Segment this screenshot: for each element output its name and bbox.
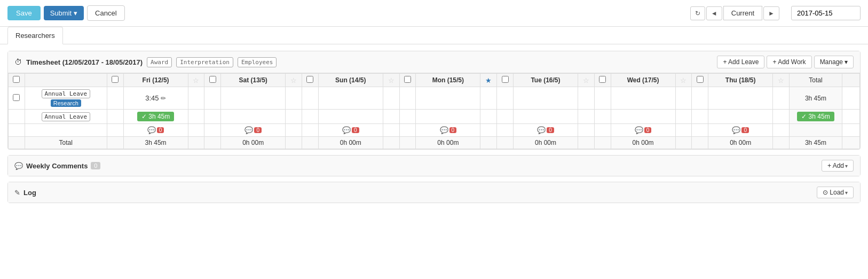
total-tue-star — [578, 137, 594, 149]
log-load-label: ⊙ Load — [823, 189, 844, 196]
cb-sun-star — [383, 124, 399, 137]
table-header-row: Fri (12/5) ☆ Sat (13/5) ☆ — [9, 74, 860, 87]
thu-checkbox[interactable] — [697, 76, 704, 83]
check-all-checkbox[interactable] — [13, 76, 20, 83]
nav-current-label: Current — [723, 6, 762, 20]
weekly-comments-icon: 💬 — [14, 162, 23, 170]
row2-fri-check-badge: ✓ 3h 45m — [137, 112, 174, 121]
th-sun-star: ☆ — [383, 74, 399, 87]
thu-chat-icon: 💬 — [732, 126, 740, 134]
th-mon-check — [399, 74, 416, 87]
sat-checkbox[interactable] — [209, 76, 216, 83]
cb-fri-star — [188, 124, 204, 137]
sun-label: Sun (14/5) — [335, 76, 366, 84]
nav-next-button[interactable]: ► — [763, 6, 779, 20]
row2-wed-check — [594, 110, 611, 124]
cb-mon: 💬 0 — [416, 124, 480, 137]
log-icon: ✎ — [14, 189, 20, 197]
cb-tue: 💬 0 — [513, 124, 578, 137]
nav-refresh-button[interactable]: ↻ — [690, 6, 705, 20]
add-leave-button[interactable]: + Add Leave — [717, 56, 764, 68]
sat-comment-badge[interactable]: 💬 0 — [244, 126, 262, 134]
thu-comment-badge[interactable]: 💬 0 — [732, 126, 749, 134]
th-wed-star: ☆ — [675, 74, 692, 87]
timesheet-actions: + Add Leave + Add Work Manage ▾ — [717, 56, 854, 68]
manage-label: Manage — [820, 58, 843, 66]
cancel-button[interactable]: Cancel — [87, 5, 124, 21]
total-mon-check — [399, 137, 416, 149]
cb-action — [842, 124, 859, 137]
row1-checkbox[interactable] — [13, 94, 20, 101]
totals-row: Total 3h 45m 0h 00m 0h 00m 0h 00m 0h 00m — [9, 137, 860, 149]
mon-star-icon[interactable]: ★ — [485, 76, 492, 84]
wed-badge-num: 0 — [644, 127, 652, 133]
tue-star-icon[interactable]: ☆ — [583, 76, 589, 84]
row1-mon — [416, 87, 480, 110]
row1-thu — [708, 87, 773, 110]
fri-star-icon[interactable]: ☆ — [193, 76, 199, 84]
row1-mon-star — [480, 87, 497, 110]
th-sun-check — [302, 74, 318, 87]
th-fri-check — [107, 74, 123, 87]
log-actions: ⊙ Load ▾ — [817, 187, 854, 198]
row1-sat-check — [204, 87, 221, 110]
cb-fri-check — [107, 124, 123, 137]
row1-total: 3h 45m — [789, 87, 842, 110]
row2-mon-check — [399, 110, 416, 124]
th-tue-check — [497, 74, 514, 87]
mon-comment-badge[interactable]: 💬 0 — [440, 126, 457, 134]
fri-checkbox[interactable] — [112, 76, 119, 83]
row1-tue — [513, 87, 578, 110]
row1-fri-edit-icon[interactable]: ✏ — [161, 95, 166, 102]
nav-prev-button[interactable]: ◄ — [706, 6, 722, 20]
total-sun-star — [383, 137, 399, 149]
wed-star-icon[interactable]: ☆ — [680, 76, 686, 84]
submit-label: Submit — [50, 9, 72, 17]
log-section: ✎ Log ⊙ Load ▾ — [7, 182, 861, 203]
tue-comment-badge[interactable]: 💬 0 — [537, 126, 554, 134]
cb-thu: 💬 0 — [708, 124, 773, 137]
sun-star-icon[interactable]: ☆ — [388, 76, 394, 84]
manage-button[interactable]: Manage ▾ — [814, 56, 854, 68]
submit-button[interactable]: Submit ▾ — [44, 6, 84, 20]
tue-checkbox[interactable] — [502, 76, 509, 83]
cb-tue-star — [578, 124, 594, 137]
row2-wed-star — [675, 110, 692, 124]
annual-leave-label: Annual Leave — [42, 89, 90, 98]
total-action — [842, 137, 859, 149]
mon-checkbox[interactable] — [404, 76, 411, 83]
row1-wed — [611, 87, 675, 110]
wed-chat-icon: 💬 — [635, 126, 643, 134]
row2-thu-check — [692, 110, 708, 124]
cb-wed: 💬 0 — [611, 124, 675, 137]
timesheet-header: ⏱ Timesheet (12/05/2017 - 18/05/2017) Aw… — [8, 51, 860, 73]
th-check-all — [9, 74, 25, 87]
total-sun: 0h 00m — [318, 137, 383, 149]
row2-sat-star — [286, 110, 302, 124]
weekly-add-button[interactable]: + Add ▾ — [822, 160, 854, 172]
wed-comment-badge[interactable]: 💬 0 — [635, 126, 652, 134]
sun-comment-badge[interactable]: 💬 0 — [342, 126, 359, 134]
fri-comment-badge[interactable]: 💬 0 — [147, 126, 164, 134]
th-mon: Mon (15/5) — [416, 74, 480, 87]
sun-checkbox[interactable] — [306, 76, 313, 83]
thu-star-icon[interactable]: ☆ — [778, 76, 784, 84]
log-load-button[interactable]: ⊙ Load ▾ — [817, 187, 854, 198]
row1-tue-star — [578, 87, 594, 110]
tab-researchers[interactable]: Researchers — [7, 27, 63, 44]
total-thu-check — [692, 137, 708, 149]
row2-label: Annual Leave — [25, 110, 107, 124]
date-input[interactable] — [791, 6, 861, 20]
th-sat-star: ☆ — [286, 74, 302, 87]
total-mon-star — [480, 137, 497, 149]
row2-tue — [513, 110, 578, 124]
save-button[interactable]: Save — [7, 6, 41, 20]
fri-badge-num: 0 — [157, 127, 164, 133]
row1-tue-check — [497, 87, 514, 110]
add-work-button[interactable]: + Add Work — [767, 56, 811, 68]
row1-wed-check — [594, 87, 611, 110]
sat-star-icon[interactable]: ☆ — [290, 76, 297, 84]
weekly-comments-section: 💬 Weekly Comments 0 + Add ▾ — [7, 155, 861, 176]
tue-chat-icon: 💬 — [537, 126, 546, 134]
wed-checkbox[interactable] — [599, 76, 606, 83]
